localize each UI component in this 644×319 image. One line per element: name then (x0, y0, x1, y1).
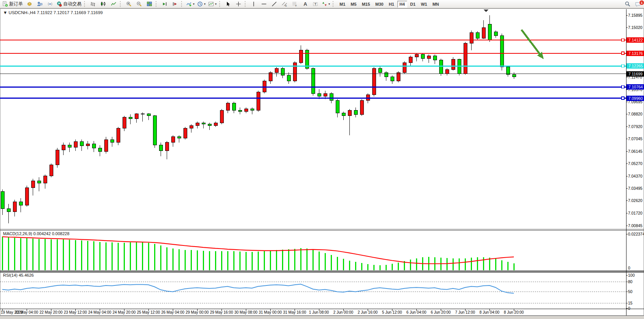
macd-histogram-bar (379, 265, 381, 270)
macd-histogram-bar (264, 251, 265, 270)
candlestick (257, 92, 260, 111)
crosshair-button[interactable] (233, 0, 243, 8)
timeframe-w1[interactable]: W1 (419, 1, 430, 8)
channel-tool-button[interactable]: E (279, 0, 289, 8)
cursor-button[interactable] (223, 0, 233, 8)
macd-histogram-bar (245, 252, 247, 270)
dropdown-caret-icon: ▾ (328, 3, 330, 6)
market-watch-icon (27, 1, 32, 7)
time-axis-label: 22 May 20:00 (40, 310, 63, 314)
price-axis-tick-label: 7.08820 (628, 112, 642, 116)
timeframe-m30[interactable]: M30 (373, 1, 386, 8)
search-icon (625, 1, 631, 7)
line-handle-marker[interactable] (622, 97, 624, 99)
zoom-in-button[interactable] (124, 0, 134, 8)
candlestick (202, 123, 205, 124)
line-handle-marker[interactable] (622, 65, 624, 67)
macd-histogram-bar (349, 261, 350, 270)
macd-histogram-bar (215, 251, 216, 270)
macd-histogram-bar (130, 242, 131, 270)
price-chart-svg[interactable]: 7.158957.150207.114707.105707.096957.088… (0, 8, 644, 319)
auto-scroll-button[interactable] (159, 0, 169, 8)
chart-title: ▼ USDCNH-,H4 7.11922 7.12017 7.11669 7.1… (3, 10, 103, 15)
candlestick (74, 142, 77, 147)
vertical-line-tool-button[interactable] (249, 0, 258, 8)
macd-histogram-bar (398, 263, 399, 270)
candlestick (190, 126, 193, 128)
shapes-tool-button[interactable]: ▾ (320, 0, 331, 8)
line-handle-marker[interactable] (622, 52, 624, 55)
autotrading-button[interactable]: 自动交易 (55, 0, 83, 8)
autotrading-label: 自动交易 (63, 1, 81, 7)
signals-button[interactable] (45, 0, 55, 8)
macd-histogram-bar (191, 250, 192, 270)
candlestick (336, 101, 339, 113)
rsi-scale-label: 0 (628, 306, 630, 311)
terminal-button[interactable] (35, 0, 45, 8)
notification-badge: 1 (639, 0, 644, 5)
timeframe-mn[interactable]: MN (430, 1, 441, 8)
macd-histogram-bar (75, 240, 76, 270)
timeframe-h1[interactable]: H1 (386, 1, 396, 8)
time-axis-label: 24 May 20:00 (113, 310, 136, 314)
candle-chart-button[interactable] (98, 0, 108, 8)
timeframe-m15[interactable]: M15 (360, 1, 372, 8)
time-axis-label: 8 Jun 20:00 (504, 310, 524, 314)
tile-windows-button[interactable] (144, 0, 154, 8)
candlestick (482, 28, 485, 38)
macd-histogram-bar (312, 250, 314, 270)
autotrading-icon (56, 1, 62, 7)
candlestick (80, 142, 83, 146)
text-tool-button[interactable]: A (300, 0, 310, 8)
candlestick (287, 75, 290, 81)
notifications-button[interactable]: 1 (633, 0, 643, 8)
candlestick (37, 181, 41, 183)
time-axis-label: 2 Jun 16:00 (358, 310, 378, 314)
bar-chart-button[interactable] (88, 0, 98, 8)
market-watch-button[interactable] (24, 0, 34, 8)
macd-histogram-bar (471, 258, 472, 270)
timeframe-m5[interactable]: M5 (348, 1, 359, 8)
timeframe-h4[interactable]: H4 (397, 1, 407, 8)
timeframe-m1[interactable]: M1 (337, 1, 348, 8)
new-order-button[interactable]: 新订单 (1, 0, 24, 8)
macd-scale-label: 0 (628, 266, 630, 270)
search-button[interactable] (623, 0, 633, 8)
label-tool-button[interactable]: T (310, 0, 320, 8)
zoom-out-button[interactable] (134, 0, 144, 8)
price-axis-tick-label: 7.05270 (628, 161, 642, 166)
timeframe-d1[interactable]: D1 (408, 1, 418, 8)
candlestick (19, 202, 22, 205)
line-chart-button[interactable] (108, 0, 118, 8)
trendline-tool-button[interactable] (269, 0, 279, 8)
indicators-button[interactable]: ▾ (185, 0, 196, 8)
bottom-strip (0, 316, 644, 319)
candlestick (342, 113, 345, 116)
line-price-label-text: 7.11699 (628, 72, 642, 76)
line-chart-icon (111, 1, 116, 7)
vertical-line-icon (251, 1, 257, 7)
candlestick (147, 114, 150, 116)
macd-histogram-bar (57, 239, 58, 270)
macd-histogram-bar (118, 243, 119, 270)
line-price-label-text: 7.13176 (628, 51, 643, 56)
chart-shift-marker[interactable] (484, 10, 488, 12)
line-handle-marker[interactable] (622, 86, 624, 88)
templates-button[interactable]: ▾ (207, 0, 218, 8)
horizontal-line-tool-button[interactable] (259, 0, 269, 8)
chart-window[interactable]: 7.158957.150207.114707.105707.096957.088… (0, 8, 644, 319)
periods-button[interactable]: ▾ (196, 0, 207, 8)
macd-histogram-bar (233, 251, 234, 270)
candlestick (451, 59, 455, 70)
toolbar: 新订单 自动交易 ▾ ▾ ▾ E F A T ▾ M1M5M15M30H1H4D… (0, 0, 644, 8)
fibonacci-tool-button[interactable]: F (290, 0, 300, 8)
time-axis-label: 30 May 08:00 (234, 310, 258, 314)
toolbar-grip (84, 1, 86, 7)
chart-shift-button[interactable] (170, 0, 180, 8)
trend-arrow-annotation[interactable] (521, 30, 540, 55)
macd-histogram-bar (416, 258, 417, 270)
line-handle-marker[interactable] (622, 39, 624, 42)
candlestick (391, 77, 394, 81)
fibonacci-icon: F (292, 1, 298, 7)
macd-histogram-bar (270, 250, 271, 270)
